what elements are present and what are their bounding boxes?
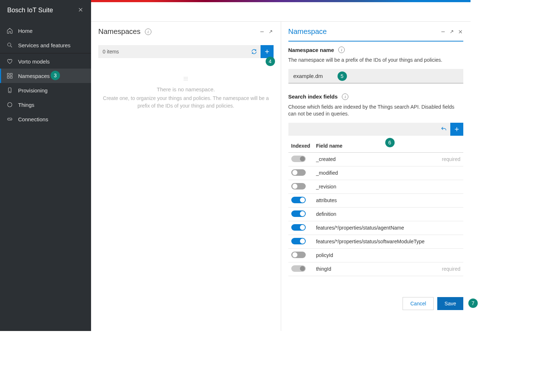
heart-icon [7, 58, 13, 65]
divider [0, 53, 91, 53]
item-count: 0 items [103, 49, 119, 55]
field-flag [434, 235, 463, 248]
nav-things[interactable]: Things [0, 97, 91, 112]
indexed-toggle[interactable] [291, 238, 306, 244]
nav-namespaces[interactable]: Namespaces 3 [0, 69, 91, 83]
annotation-badge-7: 7 [468, 299, 478, 308]
field-flag [434, 248, 463, 262]
field-name: policyId [313, 248, 434, 262]
svg-point-0 [8, 43, 11, 46]
svg-rect-3 [7, 77, 9, 78]
nav-label: Home [18, 28, 33, 34]
indexed-toggle[interactable] [291, 224, 306, 231]
link-icon [7, 116, 13, 122]
nav-home[interactable]: Home [0, 23, 91, 38]
cancel-button[interactable]: Cancel [403, 297, 434, 310]
sidebar-close-button[interactable] [77, 6, 84, 14]
nav-label: Vorto models [18, 58, 50, 65]
svg-rect-4 [10, 77, 12, 78]
indexed-toggle[interactable] [291, 169, 306, 176]
field-row: policyId [288, 248, 464, 262]
nav-connections[interactable]: Connections [0, 112, 91, 126]
nav-label: Services and features [18, 42, 70, 48]
empty-description: Create one, to organize your things and … [102, 95, 270, 110]
add-field-button[interactable] [450, 123, 463, 136]
empty-state: There is no namespace. Create one, to or… [91, 58, 281, 128]
info-icon[interactable]: i [338, 47, 345, 53]
name-hint: The namespace will be a prefix of the ID… [288, 57, 464, 64]
expand-icon[interactable] [449, 29, 455, 35]
field-name: features/*/properties/status/softwareMod… [313, 235, 434, 248]
svg-point-6 [9, 91, 10, 92]
panel-title: Namespaces [98, 27, 141, 36]
plus-icon [264, 48, 270, 55]
grid-icon [7, 73, 13, 79]
svg-point-7 [8, 103, 12, 107]
device-icon [7, 87, 13, 93]
nav-vorto[interactable]: Vorto models [0, 54, 91, 69]
search-fields-label: Search index fields [288, 93, 338, 100]
close-icon [77, 6, 84, 13]
nav-label: Provisioning [18, 87, 48, 93]
name-label: Namespace name [288, 47, 334, 53]
svg-rect-1 [7, 73, 9, 75]
nav-services[interactable]: Services and features [0, 38, 91, 52]
col-field-header: Field name [313, 139, 434, 153]
field-name: _created [313, 152, 434, 166]
field-row: features/*/properties/status/agentName [288, 221, 464, 235]
field-name: definition [313, 207, 434, 221]
app-title: Bosch IoT Suite [7, 6, 53, 14]
field-row: features/*/properties/status/softwareMod… [288, 235, 464, 248]
field-name: attributes [313, 193, 434, 207]
namespaces-panel: Namespaces i 0 items [91, 22, 281, 331]
field-row: _createdrequired [288, 152, 464, 166]
field-flag: required [434, 152, 463, 166]
refresh-button[interactable] [248, 45, 261, 58]
info-icon[interactable]: i [145, 29, 151, 35]
indexed-toggle[interactable] [291, 197, 306, 203]
field-flag [434, 180, 463, 193]
col-indexed-header: Indexed [288, 139, 313, 153]
expand-icon[interactable] [268, 29, 274, 35]
reset-fields-button[interactable] [437, 123, 450, 136]
field-flag: required [434, 262, 463, 276]
field-name: _modified [313, 166, 434, 180]
nav-label: Connections [18, 116, 48, 122]
search-icon [7, 42, 13, 48]
undo-icon [441, 126, 447, 132]
info-icon[interactable]: i [342, 93, 348, 100]
field-row: _revision [288, 180, 464, 193]
field-row: thingIdrequired [288, 262, 464, 276]
indexed-toggle[interactable] [291, 210, 306, 217]
indexed-toggle [291, 265, 306, 272]
field-name: thingId [313, 262, 434, 276]
field-flag [434, 207, 463, 221]
svg-rect-2 [10, 73, 12, 75]
nav-label: Things [18, 102, 34, 108]
minimize-icon[interactable] [259, 29, 265, 35]
field-name: _revision [313, 180, 434, 193]
nav-provisioning[interactable]: Provisioning [0, 83, 91, 97]
add-namespace-button[interactable] [261, 45, 274, 58]
field-row: definition [288, 207, 464, 221]
sidebar-nav: Home Services and features Vorto models … [0, 23, 91, 126]
indexed-toggle [291, 156, 306, 162]
indexed-toggle[interactable] [291, 183, 306, 190]
indexed-toggle[interactable] [291, 252, 306, 258]
search-fields-hint: Choose which fields are indexed by the T… [288, 104, 464, 118]
namespace-name-input[interactable] [288, 69, 464, 83]
empty-title: There is no namespace. [102, 86, 270, 92]
home-icon [7, 27, 13, 34]
minimize-icon[interactable] [440, 29, 446, 35]
field-row: attributes [288, 193, 464, 207]
save-button[interactable]: Save [437, 297, 463, 310]
fields-table: Indexed Field name _createdrequired_modi… [288, 139, 464, 276]
field-flag [434, 166, 463, 180]
close-icon[interactable] [458, 29, 463, 35]
nav-label: Namespaces [18, 73, 50, 79]
annotation-badge-3: 3 [51, 71, 60, 80]
form-title: Namespace [288, 27, 327, 36]
field-name: features/*/properties/status/agentName [313, 221, 434, 235]
top-toolbar [91, 2, 471, 22]
plus-icon [454, 126, 460, 132]
